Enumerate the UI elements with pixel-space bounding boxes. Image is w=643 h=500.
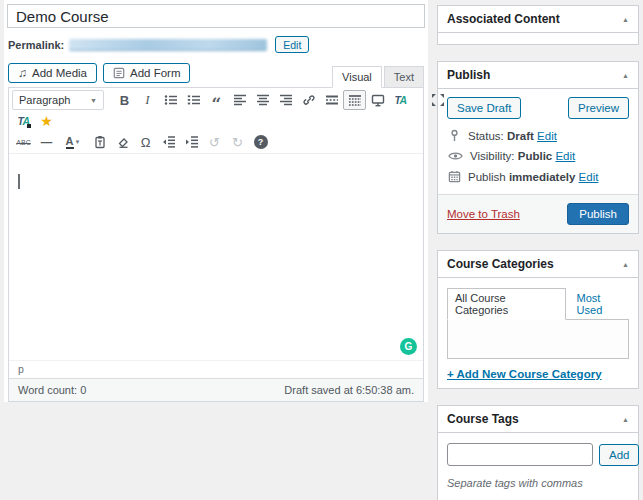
add-tag-button[interactable]: Add	[599, 444, 639, 466]
star-icon: ★	[40, 113, 53, 129]
tags-hint: Separate tags with commas	[447, 477, 629, 489]
pin-icon	[448, 129, 461, 142]
editor-content-area[interactable]: G	[9, 154, 423, 360]
word-count-value: 0	[80, 384, 86, 396]
course-categories-title: Course Categories	[447, 257, 554, 271]
increase-indent-icon	[185, 135, 199, 149]
tablepress-table-button[interactable]: TA	[389, 90, 412, 110]
edit-schedule-link[interactable]: Edit	[579, 171, 599, 183]
bold-icon: B	[120, 93, 129, 108]
permalink-edit-button[interactable]: Edit	[275, 36, 309, 53]
redo-button[interactable]: ↻	[226, 132, 249, 152]
text-color-button[interactable]: A ▼	[58, 132, 88, 152]
strikethrough-icon: ABC	[16, 139, 30, 146]
monitor-icon	[371, 94, 385, 107]
toolbar-row-3: ABC — A ▼	[12, 132, 420, 152]
tab-all-categories[interactable]: All Course Categories	[447, 288, 566, 320]
post-title-input[interactable]	[7, 4, 425, 28]
editor-toolbar: Paragraph ▼ B I	[9, 88, 423, 154]
collapse-icon[interactable]: ▲	[622, 16, 629, 23]
course-tags-header[interactable]: Course Tags ▲	[438, 406, 638, 432]
special-character-button[interactable]: Ω	[134, 132, 157, 152]
add-media-label: Add Media	[32, 67, 87, 79]
tab-most-used[interactable]: Most Used	[575, 289, 629, 319]
category-tabs: All Course Categories Most Used	[447, 287, 629, 319]
collapse-icon[interactable]: ▲	[622, 261, 629, 268]
italic-icon: I	[145, 92, 149, 108]
horizontal-rule-icon: —	[41, 136, 53, 148]
preview-button[interactable]: Preview	[568, 97, 629, 119]
bold-button[interactable]: B	[113, 90, 136, 110]
tablepress-options-button[interactable]: TA	[12, 111, 35, 131]
publish-panel: Publish ▲ Save Draft Preview Status: Dra…	[437, 61, 639, 234]
tab-text[interactable]: Text	[384, 66, 424, 88]
save-draft-button[interactable]: Save Draft	[447, 97, 521, 119]
move-to-trash-link[interactable]: Move to Trash	[447, 208, 520, 220]
collapse-icon[interactable]: ▲	[622, 72, 629, 79]
read-more-button[interactable]	[320, 90, 343, 110]
align-left-button[interactable]	[228, 90, 251, 110]
star-rating-button[interactable]: ★	[35, 111, 58, 131]
calendar-icon	[448, 170, 461, 183]
add-new-category-link[interactable]: + Add New Course Category	[447, 368, 602, 380]
form-icon	[113, 67, 125, 79]
numbered-list-icon	[187, 94, 201, 106]
horizontal-rule-button[interactable]: —	[35, 132, 58, 152]
edit-visibility-link[interactable]: Edit	[555, 150, 575, 162]
tab-visual[interactable]: Visual	[332, 66, 382, 88]
publish-button[interactable]: Publish	[567, 203, 629, 225]
clear-formatting-button[interactable]	[111, 132, 134, 152]
paste-as-text-icon	[93, 135, 107, 149]
toolbar-toggle-button[interactable]	[343, 90, 366, 110]
tablepress-icon: TA	[394, 94, 406, 106]
fullscreen-button[interactable]	[426, 90, 449, 110]
draft-saved-status: Draft saved at 6:50:38 am.	[284, 384, 414, 396]
undo-button[interactable]: ↺	[203, 132, 226, 152]
grammarly-icon[interactable]: G	[400, 338, 417, 355]
word-count: Word count: 0	[18, 384, 86, 396]
permalink-url[interactable]	[69, 39, 267, 51]
increase-indent-button[interactable]	[180, 132, 203, 152]
schedule-text: Publish immediately Edit	[468, 171, 598, 183]
paragraph-format-dropdown[interactable]: Paragraph ▼	[12, 90, 104, 110]
publish-minor-actions: Save Draft Preview	[438, 89, 638, 125]
undo-icon: ↺	[209, 135, 220, 150]
word-count-label: Word count:	[18, 384, 77, 396]
edit-status-link[interactable]: Edit	[537, 130, 557, 142]
align-center-button[interactable]	[251, 90, 274, 110]
tags-input-row: Add	[447, 443, 629, 466]
distraction-free-button[interactable]	[366, 90, 389, 110]
italic-button[interactable]: I	[136, 90, 159, 110]
collapse-icon[interactable]: ▲	[622, 416, 629, 423]
visibility-row: Visibility: Public Edit	[438, 146, 638, 166]
decrease-indent-icon	[162, 135, 176, 149]
toolbar-row-2: TA ★	[12, 111, 420, 131]
align-right-button[interactable]	[274, 90, 297, 110]
category-list-box[interactable]	[447, 319, 629, 359]
paste-as-text-button[interactable]	[88, 132, 111, 152]
insert-link-button[interactable]	[297, 90, 320, 110]
editor-status-bar: Word count: 0 Draft saved at 6:50:38 am.	[9, 378, 423, 401]
numbered-list-button[interactable]	[182, 90, 205, 110]
align-right-icon	[279, 94, 293, 106]
publish-body: Save Draft Preview Status: Draft Edit	[438, 88, 638, 233]
element-path: p	[18, 363, 24, 375]
status-row: Status: Draft Edit	[438, 125, 638, 146]
align-center-icon	[256, 94, 270, 106]
redo-icon: ↻	[232, 135, 243, 150]
permalink-row: Permalink: Edit	[8, 36, 424, 53]
bulleted-list-button[interactable]	[159, 90, 182, 110]
blockquote-button[interactable]: “	[205, 90, 228, 110]
course-tags-input[interactable]	[447, 443, 593, 466]
add-form-button[interactable]: Add Form	[103, 63, 191, 83]
strikethrough-button[interactable]: ABC	[12, 132, 35, 152]
course-categories-header[interactable]: Course Categories ▲	[438, 251, 638, 277]
course-tags-title: Course Tags	[447, 412, 519, 426]
add-media-button[interactable]: ♫ Add Media	[8, 63, 97, 83]
help-button[interactable]: ?	[249, 132, 272, 152]
publish-header[interactable]: Publish ▲	[438, 62, 638, 88]
eraser-icon	[116, 135, 130, 149]
decrease-indent-button[interactable]	[157, 132, 180, 152]
sidebar: Associated Content ▲ Publish ▲ Save Draf…	[437, 5, 639, 500]
associated-content-header[interactable]: Associated Content ▲	[438, 6, 638, 32]
